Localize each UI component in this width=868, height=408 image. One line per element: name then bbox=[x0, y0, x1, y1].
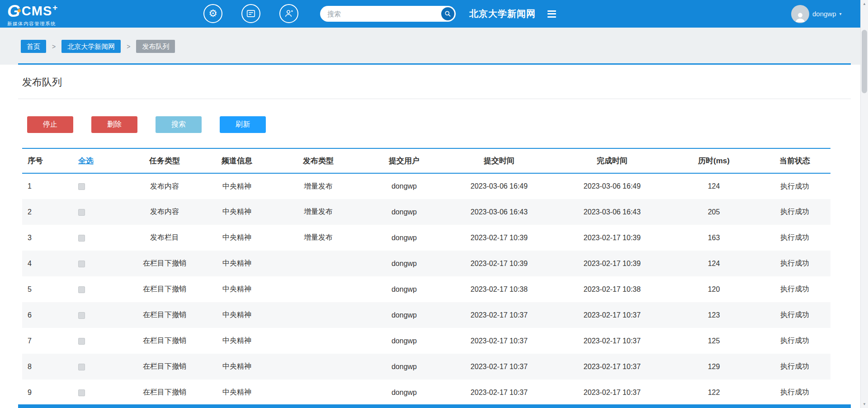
page-scrollbar[interactable]: ▲ ▼ bbox=[860, 0, 868, 408]
row-check-cell bbox=[63, 302, 126, 328]
stop-button[interactable]: 停止 bbox=[27, 116, 73, 133]
row-user: dongwp bbox=[366, 354, 443, 380]
row-publish-type: 增量发布 bbox=[271, 173, 366, 199]
row-index: 5 bbox=[22, 276, 63, 302]
row-index: 1 bbox=[22, 173, 63, 199]
row-status: 执行成功 bbox=[759, 302, 830, 328]
user-management-button[interactable] bbox=[279, 4, 298, 23]
row-duration: 163 bbox=[669, 225, 759, 251]
row-channel: 中央精神 bbox=[203, 225, 271, 251]
row-finish-time: 2023-02-17 10:37 bbox=[556, 328, 669, 354]
row-task-type: 发布内容 bbox=[126, 173, 203, 199]
row-publish-type bbox=[271, 276, 366, 302]
search-icon bbox=[444, 10, 451, 17]
row-user: dongwp bbox=[366, 302, 443, 328]
search-button[interactable]: 搜索 bbox=[156, 116, 202, 133]
delete-button[interactable]: 删除 bbox=[91, 116, 137, 133]
breadcrumb-bar: 首页 > 北京大学新闻网 > 发布队列 bbox=[0, 28, 868, 65]
breadcrumb: 首页 > 北京大学新闻网 > 发布队列 bbox=[21, 40, 175, 53]
row-check-cell bbox=[63, 225, 126, 251]
row-submit-time: 2023-02-17 10:37 bbox=[443, 354, 556, 380]
row-channel: 中央精神 bbox=[203, 276, 271, 302]
topbar-icon-group: ⚙ bbox=[203, 4, 298, 23]
col-header-duration: 历时(ms) bbox=[669, 148, 759, 173]
table-row: 1 发布内容 中央精神 增量发布 dongwp 2023-03-06 16:49… bbox=[22, 173, 830, 199]
row-checkbox[interactable] bbox=[78, 364, 85, 370]
row-publish-type bbox=[271, 380, 366, 405]
refresh-button[interactable]: 刷新 bbox=[220, 116, 266, 133]
row-checkbox[interactable] bbox=[78, 183, 85, 190]
breadcrumb-site[interactable]: 北京大学新闻网 bbox=[61, 40, 121, 53]
scroll-down-arrow-icon[interactable]: ▼ bbox=[861, 400, 868, 408]
row-checkbox[interactable] bbox=[78, 235, 85, 242]
table-row: 4 在栏目下撤销 中央精神 dongwp 2023-02-17 10:39 20… bbox=[22, 251, 830, 276]
global-search-input[interactable] bbox=[320, 10, 441, 18]
settings-button[interactable]: ⚙ bbox=[203, 4, 222, 23]
row-user: dongwp bbox=[366, 328, 443, 354]
row-checkbox[interactable] bbox=[78, 338, 85, 345]
logo-g: G bbox=[7, 3, 20, 19]
row-checkbox[interactable] bbox=[78, 286, 85, 293]
row-task-type: 在栏目下撤销 bbox=[126, 328, 203, 354]
row-check-cell bbox=[63, 276, 126, 302]
row-finish-time: 2023-02-17 10:37 bbox=[556, 380, 669, 405]
row-checkbox[interactable] bbox=[78, 261, 85, 267]
scroll-up-arrow-icon[interactable]: ▲ bbox=[861, 0, 868, 8]
row-status: 执行成功 bbox=[759, 276, 830, 302]
row-user: dongwp bbox=[366, 225, 443, 251]
search-submit-button[interactable] bbox=[441, 7, 454, 20]
global-search bbox=[320, 6, 456, 22]
current-site-name[interactable]: 北京大学新闻网 bbox=[469, 8, 536, 20]
row-finish-time: 2023-02-17 10:39 bbox=[556, 225, 669, 251]
row-checkbox[interactable] bbox=[78, 312, 85, 319]
row-duration: 205 bbox=[669, 199, 759, 225]
table-row: 3 发布栏目 中央精神 增量发布 dongwp 2023-02-17 10:39… bbox=[22, 225, 830, 251]
row-index: 7 bbox=[22, 328, 63, 354]
row-submit-time: 2023-02-17 10:37 bbox=[443, 328, 556, 354]
row-status: 执行成功 bbox=[759, 173, 830, 199]
row-finish-time: 2023-02-17 10:37 bbox=[556, 354, 669, 380]
col-header-submit-time: 提交时间 bbox=[443, 148, 556, 173]
row-finish-time: 2023-02-17 10:39 bbox=[556, 251, 669, 276]
row-user: dongwp bbox=[366, 199, 443, 225]
hamburger-menu-icon[interactable] bbox=[547, 10, 556, 18]
user-menu[interactable]: dongwp ▾ bbox=[791, 0, 842, 28]
breadcrumb-home[interactable]: 首页 bbox=[21, 40, 46, 53]
main-content: 发布队列 停止 删除 搜索 刷新 序号 全选 任务类型 频道信息 发布类型 bbox=[0, 65, 868, 408]
row-status: 执行成功 bbox=[759, 380, 830, 405]
gear-icon: ⚙ bbox=[208, 8, 217, 19]
avatar bbox=[791, 5, 809, 23]
col-header-status: 当前状态 bbox=[759, 148, 830, 173]
row-task-type: 发布栏目 bbox=[126, 225, 203, 251]
row-task-type: 在栏目下撤销 bbox=[126, 251, 203, 276]
row-task-type: 在栏目下撤销 bbox=[126, 354, 203, 380]
row-status: 执行成功 bbox=[759, 225, 830, 251]
row-checkbox[interactable] bbox=[78, 389, 85, 396]
row-submit-time: 2023-02-17 10:37 bbox=[443, 380, 556, 405]
footer-bar bbox=[18, 404, 851, 408]
row-finish-time: 2023-02-17 10:38 bbox=[556, 276, 669, 302]
row-duration: 129 bbox=[669, 354, 759, 380]
row-channel: 中央精神 bbox=[203, 302, 271, 328]
queue-table-body: 1 发布内容 中央精神 增量发布 dongwp 2023-03-06 16:49… bbox=[22, 173, 830, 405]
table-row: 8 在栏目下撤销 中央精神 dongwp 2023-02-17 10:37 20… bbox=[22, 354, 830, 380]
select-all-link[interactable]: 全选 bbox=[78, 157, 94, 165]
row-submit-time: 2023-02-17 10:39 bbox=[443, 251, 556, 276]
row-publish-type: 增量发布 bbox=[271, 225, 366, 251]
row-check-cell bbox=[63, 380, 126, 405]
logo-cms: CMS bbox=[22, 5, 52, 18]
row-task-type: 在栏目下撤销 bbox=[126, 276, 203, 302]
row-channel: 中央精神 bbox=[203, 380, 271, 405]
row-checkbox[interactable] bbox=[78, 209, 85, 216]
col-header-user: 提交用户 bbox=[366, 148, 443, 173]
scrollbar-thumb[interactable] bbox=[862, 30, 867, 93]
col-header-finish-time: 完成时间 bbox=[556, 148, 669, 173]
row-status: 执行成功 bbox=[759, 354, 830, 380]
row-duration: 120 bbox=[669, 276, 759, 302]
modules-button[interactable] bbox=[241, 4, 260, 23]
row-duration: 122 bbox=[669, 380, 759, 405]
user-name: dongwp bbox=[812, 10, 836, 18]
row-user: dongwp bbox=[366, 380, 443, 405]
site-area: 北京大学新闻网 bbox=[469, 0, 556, 28]
row-channel: 中央精神 bbox=[203, 199, 271, 225]
